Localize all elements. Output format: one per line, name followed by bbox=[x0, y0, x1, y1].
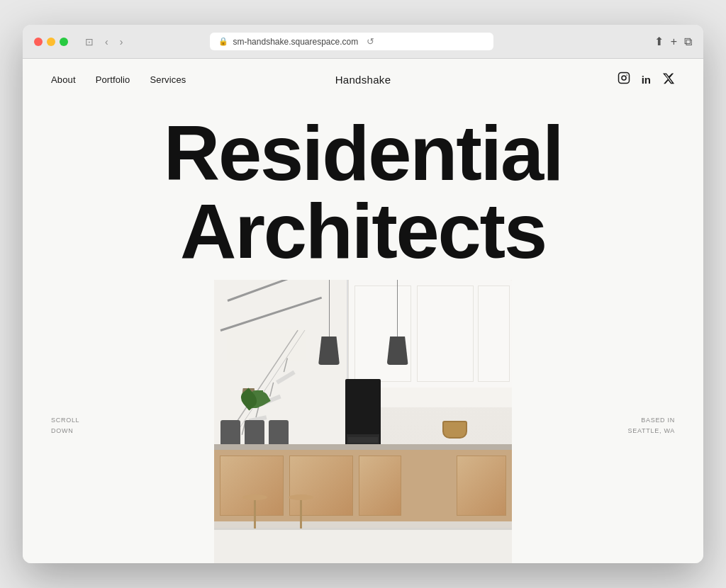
pendant-light-2 bbox=[387, 280, 408, 365]
forward-button[interactable]: › bbox=[117, 35, 126, 49]
linkedin-link[interactable]: in bbox=[642, 74, 651, 86]
counter bbox=[214, 444, 512, 563]
site-logo[interactable]: Handshake bbox=[335, 74, 391, 86]
scroll-label: SCROLL bbox=[51, 415, 79, 425]
tabs-icon[interactable]: ⧉ bbox=[684, 35, 692, 48]
hero-image bbox=[214, 280, 512, 563]
site-nav: About Portfolio Services Handshake in bbox=[23, 59, 703, 100]
plant bbox=[238, 363, 259, 399]
nav-left: About Portfolio Services bbox=[51, 74, 186, 85]
hero-line2: Architects bbox=[180, 187, 546, 274]
stool-1 bbox=[242, 494, 267, 530]
back-button[interactable]: ‹ bbox=[102, 35, 111, 49]
down-label: DOWN bbox=[51, 426, 79, 436]
nav-portfolio[interactable]: Portfolio bbox=[96, 74, 130, 85]
hero-section: Residential Architects bbox=[23, 100, 703, 563]
twitter-link[interactable] bbox=[662, 73, 675, 86]
pendant-wire-1 bbox=[329, 280, 330, 337]
upper-cabinets bbox=[348, 280, 512, 388]
address-bar[interactable]: 🔒 sm-handshake.squarespace.com ↺ bbox=[210, 33, 493, 50]
sidebar-toggle-button[interactable]: ⊡ bbox=[82, 35, 96, 49]
city-label: SEATTLE, WA bbox=[628, 426, 675, 436]
hero-title: Residential Architects bbox=[23, 114, 703, 270]
nav-services[interactable]: Services bbox=[150, 74, 186, 85]
twitter-icon bbox=[662, 73, 675, 84]
kitchen-island bbox=[214, 528, 512, 563]
hero-headline: Residential Architects bbox=[23, 114, 703, 270]
location-label: BASED IN SEATTLE, WA bbox=[628, 415, 675, 436]
traffic-lights bbox=[34, 38, 68, 46]
wood-cab-3 bbox=[359, 456, 401, 516]
nav-social: in bbox=[618, 72, 675, 87]
cabinet-3 bbox=[478, 285, 510, 382]
svg-point-2 bbox=[626, 74, 627, 76]
hero-line1: Residential bbox=[164, 109, 563, 196]
browser-window: ⊡ ‹ › 🔒 sm-handshake.squarespace.com ↺ ⬆… bbox=[23, 25, 703, 563]
oven-door bbox=[347, 380, 379, 434]
wood-cab-4 bbox=[457, 456, 506, 516]
close-button[interactable] bbox=[34, 38, 43, 46]
website-content: About Portfolio Services Handshake in bbox=[23, 59, 703, 563]
stools bbox=[242, 498, 313, 533]
stool-top-1 bbox=[242, 494, 267, 500]
svg-line-11 bbox=[277, 372, 295, 383]
stool-leg-2 bbox=[300, 500, 302, 528]
based-in-label: BASED IN bbox=[628, 415, 675, 425]
instagram-link[interactable] bbox=[618, 72, 630, 87]
reload-icon[interactable]: ↺ bbox=[367, 36, 374, 47]
browser-controls: ⊡ ‹ › bbox=[82, 35, 125, 49]
basket bbox=[442, 421, 467, 439]
lock-icon: 🔒 bbox=[218, 37, 228, 46]
instagram-icon bbox=[618, 72, 630, 84]
stool-2 bbox=[289, 494, 313, 530]
share-icon[interactable]: ⬆ bbox=[654, 35, 664, 48]
new-tab-icon[interactable]: + bbox=[671, 35, 677, 48]
svg-line-7 bbox=[270, 383, 274, 397]
scroll-down-label: SCROLL DOWN bbox=[51, 415, 79, 436]
svg-point-1 bbox=[622, 76, 626, 80]
nav-about[interactable]: About bbox=[51, 74, 76, 85]
pendant-shade-2 bbox=[387, 337, 408, 365]
maximize-button[interactable] bbox=[60, 38, 68, 46]
pendant-light-1 bbox=[318, 280, 340, 365]
pendant-wire-2 bbox=[397, 280, 398, 337]
stool-leg-1 bbox=[254, 500, 256, 528]
browser-chrome: ⊡ ‹ › 🔒 sm-handshake.squarespace.com ↺ ⬆… bbox=[23, 25, 703, 59]
pendant-shade-1 bbox=[318, 337, 340, 365]
cabinet-2 bbox=[417, 285, 474, 382]
minimize-button[interactable] bbox=[47, 38, 55, 46]
browser-actions: ⬆ + ⧉ bbox=[654, 35, 692, 48]
kitchen-scene bbox=[214, 280, 512, 563]
counter-top bbox=[214, 444, 512, 450]
stool-top-2 bbox=[289, 494, 313, 500]
url-display: sm-handshake.squarespace.com bbox=[233, 37, 358, 47]
oven-handle bbox=[348, 437, 378, 443]
svg-rect-0 bbox=[618, 73, 629, 84]
